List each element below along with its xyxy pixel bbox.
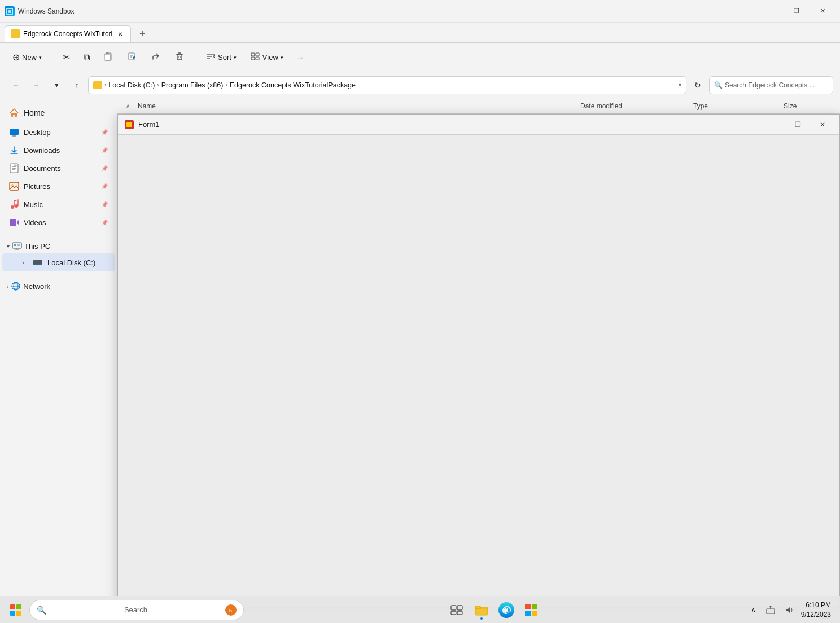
tab-close-button[interactable]: ✕ — [116, 29, 125, 38]
back-button[interactable]: ← — [7, 76, 25, 94]
svg-rect-59 — [457, 611, 462, 615]
taskbar-edge[interactable] — [495, 599, 518, 621]
svg-rect-53 — [16, 611, 21, 616]
copy-button[interactable]: ⧉ — [78, 47, 95, 68]
pictures-icon — [9, 181, 19, 191]
sidebar-item-pictures[interactable]: Pictures 📌 — [2, 177, 115, 195]
tab-folder-icon — [11, 29, 20, 38]
show-hidden-icon: ∧ — [751, 607, 755, 613]
start-button[interactable] — [5, 599, 27, 621]
minimize-button[interactable]: — — [758, 0, 784, 23]
toolbar-sep-1 — [52, 51, 53, 64]
form-close-button[interactable]: ✕ — [812, 117, 833, 133]
sidebar-item-local-disk[interactable]: › Local Disk (C:) — [2, 253, 115, 271]
nav-bar: ← → ▾ ↑ › Local Disk (C:) › Program File… — [0, 72, 840, 98]
cut-icon: ✂ — [63, 52, 70, 63]
clock-date: 9/12/2023 — [801, 610, 831, 620]
up-button[interactable]: ↑ — [68, 76, 86, 94]
view-button[interactable]: View ▾ — [244, 47, 289, 68]
sidebar-local-disk-label: Local Disk (C:) — [47, 258, 95, 267]
tab-bar: Edgerock Concepts WixTutori ✕ + — [0, 23, 840, 43]
new-tab-button[interactable]: + — [133, 25, 151, 42]
svg-rect-56 — [451, 606, 456, 610]
forward-button[interactable]: → — [27, 76, 45, 94]
documents-icon — [9, 163, 19, 173]
disk-icon — [33, 258, 43, 266]
home-label: Home — [24, 108, 45, 117]
form-app-icon-inner — [126, 122, 132, 127]
sidebar-downloads-pin: 📌 — [101, 147, 108, 153]
explorer-tab[interactable]: Edgerock Concepts WixTutori ✕ — [5, 25, 131, 42]
svg-rect-51 — [16, 604, 21, 609]
rename-button[interactable] — [121, 47, 143, 68]
sort-button[interactable]: Sort ▾ — [200, 47, 242, 68]
sidebar-pictures-label: Pictures — [24, 182, 50, 191]
taskbar-search-text: Search — [51, 606, 221, 614]
close-window-button[interactable]: ✕ — [810, 0, 835, 23]
view-icon — [250, 51, 260, 64]
sidebar-sep-1 — [7, 235, 110, 235]
download-icon — [9, 145, 19, 155]
svg-point-70 — [769, 606, 771, 608]
col-header-type[interactable]: Type — [689, 98, 779, 113]
sandbox-window: Windows Sandbox — ❐ ✕ Edgerock Concepts … — [0, 0, 840, 623]
svg-rect-41 — [33, 264, 42, 265]
address-chevron-2: › — [157, 82, 159, 88]
main-area: Home Desktop 📌 Downloads 📌 — [0, 98, 840, 623]
taskbar-task-view[interactable] — [445, 599, 468, 621]
col-header-size[interactable]: Size — [779, 98, 835, 113]
delete-button[interactable] — [169, 47, 190, 68]
cut-button[interactable]: ✂ — [57, 47, 76, 68]
address-bar[interactable]: › Local Disk (C:) › Program Files (x86) … — [88, 76, 686, 94]
svg-rect-18 — [251, 57, 255, 60]
maximize-button[interactable]: ❐ — [784, 0, 810, 23]
back-icon: ← — [12, 81, 20, 89]
toolbar-sep-2 — [195, 51, 195, 64]
taskbar-search[interactable]: 🔍 Search b — [29, 600, 244, 620]
sidebar-item-home[interactable]: Home — [2, 103, 115, 123]
form-minimize-button[interactable]: — — [763, 117, 783, 133]
sidebar-item-videos[interactable]: Videos 📌 — [2, 213, 115, 231]
svg-rect-16 — [251, 53, 255, 56]
col-size-label: Size — [784, 102, 797, 110]
sidebar-item-documents[interactable]: Documents 📌 — [2, 159, 115, 177]
desktop-icon — [9, 127, 19, 137]
sidebar-item-desktop[interactable]: Desktop 📌 — [2, 123, 115, 141]
col-header-name[interactable]: Name — [133, 98, 576, 113]
sidebar-item-music[interactable]: Music 📌 — [2, 195, 115, 213]
network-chevron-icon: › — [7, 283, 8, 289]
network-status-icon[interactable] — [763, 602, 778, 618]
sidebar-item-downloads[interactable]: Downloads 📌 — [2, 141, 115, 159]
clock-time: 6:10 PM — [801, 600, 831, 610]
system-clock[interactable]: 6:10 PM 9/12/2023 — [799, 599, 833, 621]
new-icon: ⊕ — [12, 52, 20, 63]
svg-point-31 — [11, 184, 14, 186]
sidebar-documents-pin: 📌 — [101, 165, 108, 172]
rename-icon — [127, 51, 137, 64]
search-placeholder: Search Edgerock Concepts ... — [725, 81, 815, 89]
volume-icon[interactable] — [781, 602, 797, 618]
dropdown-button[interactable]: ▾ — [47, 76, 65, 94]
more-button[interactable]: ··· — [291, 47, 309, 68]
refresh-button[interactable]: ↻ — [689, 76, 707, 94]
col-header-date[interactable]: Date modified — [576, 98, 689, 113]
forward-icon: → — [33, 81, 40, 89]
home-icon — [9, 108, 19, 118]
svg-rect-38 — [14, 244, 16, 246]
form-maximize-button[interactable]: ❐ — [788, 117, 808, 133]
paste-button[interactable] — [98, 47, 119, 68]
show-hidden-button[interactable]: ∧ — [747, 602, 760, 618]
sidebar-network-header[interactable]: › Network — [0, 279, 117, 293]
taskbar-store[interactable] — [520, 599, 542, 621]
sidebar-downloads-label: Downloads — [24, 146, 60, 155]
share-button[interactable] — [145, 47, 167, 68]
sidebar-this-pc-header[interactable]: ▾ This PC — [0, 239, 117, 253]
sort-chevron-icon: ▾ — [234, 55, 237, 60]
taskbar-file-explorer[interactable] — [470, 599, 493, 621]
sidebar-videos-label: Videos — [24, 218, 46, 227]
new-button[interactable]: ⊕ New ▾ — [7, 47, 47, 68]
svg-point-32 — [11, 205, 14, 209]
search-bar[interactable]: 🔍 Search Edgerock Concepts ... — [709, 76, 833, 94]
taskbar-search-icon: 🔍 — [37, 606, 46, 615]
network-label: Network — [23, 282, 50, 291]
